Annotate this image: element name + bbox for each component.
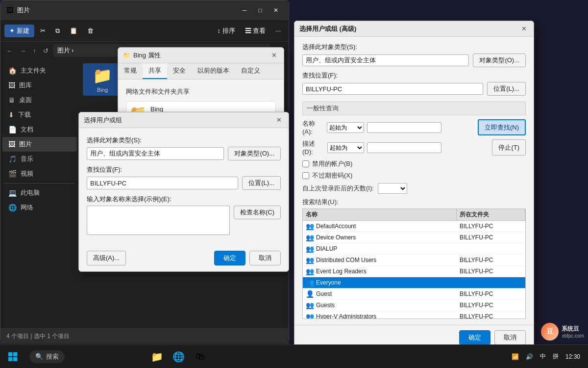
tab-previous[interactable]: 以前的版本: [192, 63, 235, 79]
sidebar-item-videos[interactable]: 🎬 视频: [2, 166, 77, 181]
view-button[interactable]: ☰ 查看: [241, 25, 270, 37]
result-icon: 👥: [306, 234, 314, 241]
result-row[interactable]: 👤 Guest BILLYFU-PC: [303, 289, 525, 300]
sidebar-item-gallery[interactable]: 🖼 图库: [2, 78, 77, 93]
result-location-cell: BILLYFU-PC: [457, 255, 525, 265]
object-type-button[interactable]: 对象类型(O)...: [228, 147, 281, 160]
result-location-cell: [457, 243, 525, 254]
videos-icon: 🎬: [8, 170, 17, 178]
adv-object-type-button[interactable]: 对象类型(O)...: [473, 53, 526, 67]
disabled-accounts-checkbox[interactable]: [302, 160, 309, 167]
advanced-dialog-close[interactable]: ✕: [519, 24, 529, 33]
result-row[interactable]: 👥 Everyone: [303, 277, 525, 289]
result-location: BILLYFU-PC: [460, 268, 493, 275]
taskbar-edge[interactable]: 🌐: [169, 347, 189, 367]
taskbar-explorer[interactable]: 📁: [147, 347, 167, 367]
cut-button[interactable]: ✂: [36, 25, 49, 36]
bing-props-close[interactable]: ✕: [270, 51, 279, 60]
tray-lang-1[interactable]: 中: [538, 351, 548, 362]
result-row[interactable]: 👥 Device Owners BILLYFU-PC: [303, 232, 525, 243]
select-user-ok[interactable]: 确定: [214, 251, 245, 265]
general-query-section: 一般性查询: [302, 102, 526, 115]
svg-rect-3: [13, 357, 17, 361]
location-button-simple[interactable]: 位置(L)...: [242, 176, 281, 190]
name-condition-select[interactable]: 起始为 结束为 包含: [327, 122, 364, 133]
result-name: Device Owners: [316, 234, 356, 241]
result-row[interactable]: 👥 Event Log Readers BILLYFU-PC: [303, 266, 525, 277]
back-button[interactable]: ←: [4, 45, 15, 56]
paste-button[interactable]: 📋: [66, 25, 81, 36]
result-row[interactable]: 👥 Hyper-V Administrators BILLYFU-PC: [303, 311, 525, 319]
watermark-logo: 豆: [541, 323, 559, 341]
adv-location-button[interactable]: 位置(L)...: [487, 82, 526, 96]
result-name: Hyper-V Administrators: [316, 313, 376, 319]
tray-clock[interactable]: 12:30: [564, 352, 582, 361]
network-icon: 🌐: [8, 204, 17, 211]
result-name: DIALUP: [316, 245, 337, 252]
result-row[interactable]: 👥 DIALUP: [303, 243, 525, 255]
result-location: BILLYFU-PC: [460, 302, 493, 309]
results-list[interactable]: 👥 DefaultAccount BILLYFU-PC 👥 Device Own…: [302, 221, 526, 319]
close-button[interactable]: ✕: [269, 3, 283, 17]
search-now-button[interactable]: 立即查找(N): [478, 119, 526, 135]
tab-general[interactable]: 常规: [118, 63, 143, 79]
more-button[interactable]: ···: [271, 25, 285, 36]
result-icon: 👥: [306, 256, 314, 264]
minimize-button[interactable]: ─: [238, 3, 251, 17]
result-name: Distributed COM Users: [316, 257, 376, 263]
name-label: 名称(A):: [302, 119, 324, 135]
explorer-icon: 📁: [151, 351, 163, 363]
adv-cancel-button[interactable]: 取消: [494, 330, 526, 345]
sidebar-item-desktop[interactable]: 🖥 桌面: [2, 93, 77, 107]
taskbar-store[interactable]: 🛍: [191, 347, 210, 367]
result-row[interactable]: 👥 DefaultAccount BILLYFU-PC: [303, 221, 525, 232]
result-icon: 👥: [306, 279, 314, 287]
maximize-button[interactable]: □: [253, 3, 267, 17]
delete-button[interactable]: 🗑: [83, 25, 98, 36]
select-user-close[interactable]: ✕: [274, 115, 284, 125]
sidebar-item-thispc[interactable]: 💻 此电脑: [2, 185, 77, 200]
explorer-toolbar: ✦ 新建 ✂ ⧉ 📋 🗑 ↕ 排序 ☰ 查看 ···: [0, 20, 289, 42]
copy-button[interactable]: ⧉: [51, 25, 64, 37]
tray-lang-2[interactable]: 拼: [551, 351, 561, 362]
sidebar-item-documents[interactable]: 📄 文档: [2, 122, 77, 137]
file-item-bing[interactable]: 📁 Bing: [83, 63, 122, 96]
tab-security[interactable]: 安全: [167, 63, 192, 79]
result-icon: 👥: [306, 267, 314, 275]
select-user-cancel[interactable]: 取消: [249, 251, 281, 265]
download-icon: ⬇: [8, 111, 14, 119]
adv-ok-button[interactable]: 确定: [459, 330, 490, 345]
forward-button[interactable]: →: [18, 45, 28, 56]
sidebar-item-pictures[interactable]: 🖼 图片: [2, 137, 77, 152]
start-button[interactable]: [2, 346, 24, 368]
name-query-input[interactable]: [367, 122, 441, 133]
result-row[interactable]: 👥 Distributed COM Users BILLYFU-PC: [303, 255, 525, 266]
stop-button[interactable]: 停止(T): [492, 139, 526, 156]
tray-volume[interactable]: 🔊: [524, 352, 535, 361]
taskbar-search[interactable]: 🔍 搜索: [29, 350, 65, 363]
sidebar-item-music[interactable]: 🎵 音乐: [2, 152, 77, 166]
tab-share[interactable]: 共享: [143, 63, 167, 79]
desc-query-input[interactable]: [367, 142, 441, 153]
volume-icon: 🔊: [526, 353, 533, 360]
watermark-name: 系统豆: [562, 325, 584, 333]
sidebar-item-network[interactable]: 🌐 网络: [2, 200, 77, 215]
no-expire-checkbox[interactable]: [302, 172, 309, 179]
tray-network[interactable]: 📶: [510, 352, 521, 361]
desktop-icon: 🖥: [8, 96, 15, 104]
user-input-area[interactable]: [87, 206, 230, 235]
new-button[interactable]: ✦ 新建: [4, 25, 34, 37]
desc-condition-select[interactable]: 起始为 结束为: [327, 142, 364, 153]
up-button[interactable]: ↑: [31, 45, 38, 56]
days-select[interactable]: [378, 183, 407, 194]
sidebar-item-download[interactable]: ⬇ 下载: [2, 107, 77, 122]
tab-custom[interactable]: 自定义: [235, 63, 266, 79]
location-label-simple: 查找位置(F):: [87, 165, 281, 174]
sort-button[interactable]: ↕ 排序: [213, 25, 239, 37]
result-row[interactable]: 👥 Guests BILLYFU-PC: [303, 300, 525, 311]
advanced-button[interactable]: 高级(A)...: [87, 251, 126, 265]
sidebar-item-home[interactable]: 🏠 主文件夹: [2, 63, 77, 78]
store-icon: 🛍: [196, 351, 205, 362]
refresh-button[interactable]: ↺: [41, 45, 50, 56]
check-name-button[interactable]: 检查名称(C): [234, 206, 281, 219]
